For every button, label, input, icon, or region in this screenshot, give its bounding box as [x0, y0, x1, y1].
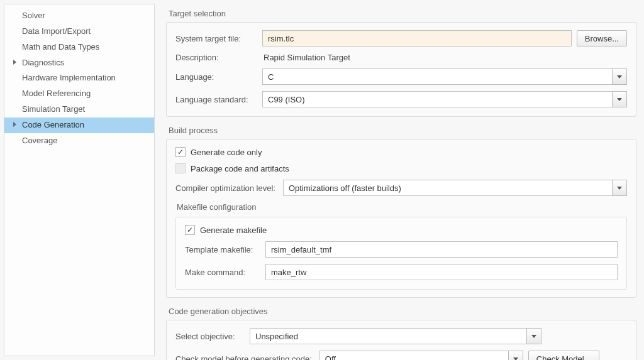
makefile-config-title: Makefile configuration: [177, 202, 627, 212]
language-std-dropdown[interactable]: C99 (ISO): [262, 91, 627, 107]
sidebar-item-coverage[interactable]: Coverage: [4, 133, 154, 149]
chevron-down-icon[interactable]: [612, 91, 627, 107]
generate-code-only-checkbox[interactable]: ✓: [175, 147, 186, 157]
select-objective-dropdown[interactable]: Unspecified: [250, 328, 541, 344]
chevron-down-icon[interactable]: [612, 68, 627, 85]
chevron-down-icon[interactable]: [526, 328, 541, 344]
language-label: Language:: [175, 72, 257, 82]
package-code-checkbox[interactable]: [175, 163, 186, 173]
system-target-file-input[interactable]: [262, 30, 572, 46]
template-makefile-input[interactable]: [265, 241, 618, 258]
make-command-input[interactable]: [265, 264, 618, 280]
language-value: C: [262, 68, 612, 85]
code-gen-obj-panel: Select objective: Unspecified Check mode…: [166, 320, 636, 360]
generate-makefile-checkbox[interactable]: ✓: [185, 225, 195, 235]
make-command-label: Make command:: [185, 268, 260, 277]
check-model-before-label: Check model before generating code:: [175, 354, 314, 361]
sidebar-item-data-import[interactable]: Data Import/Export: [4, 24, 154, 40]
system-target-file-label: System target file:: [175, 34, 257, 43]
generate-code-only-label: Generate code only: [191, 148, 262, 157]
compiler-opt-label: Compiler optimization level:: [175, 183, 278, 193]
generate-makefile-label: Generate makefile: [200, 226, 267, 235]
package-code-label: Package code and artifacts: [191, 164, 289, 173]
sidebar-item-sim-target[interactable]: Simulation Target: [4, 102, 154, 117]
sidebar-item-diagnostics[interactable]: Diagnostics: [4, 55, 154, 71]
chevron-down-icon[interactable]: [508, 351, 523, 360]
sidebar-item-math-data-types[interactable]: Math and Data Types: [4, 40, 154, 55]
build-process-panel: ✓ Generate code only Package code and ar…: [166, 139, 636, 298]
sidebar-item-hardware[interactable]: Hardware Implementation: [4, 70, 154, 86]
select-objective-label: Select objective:: [175, 332, 245, 341]
template-makefile-label: Template makefile:: [185, 245, 260, 254]
sidebar: Solver Data Import/Export Math and Data …: [4, 4, 155, 356]
code-gen-obj-title: Code generation objectives: [169, 307, 636, 316]
check-model-button[interactable]: Check Model...: [528, 351, 599, 360]
sidebar-item-code-gen[interactable]: Code Generation: [4, 117, 154, 133]
check-model-before-dropdown[interactable]: Off: [319, 351, 523, 360]
sidebar-item-solver[interactable]: Solver: [4, 8, 154, 24]
language-dropdown[interactable]: C: [262, 68, 627, 85]
select-objective-value: Unspecified: [250, 328, 526, 344]
makefile-config-panel: ✓ Generate makefile Template makefile: M…: [175, 217, 627, 290]
compiler-opt-dropdown[interactable]: Optimizations off (faster builds): [283, 180, 627, 196]
compiler-opt-value: Optimizations off (faster builds): [283, 180, 612, 196]
target-selection-title: Target selection: [169, 9, 636, 18]
description-label: Description:: [175, 53, 257, 62]
main-panel: Target selection System target file: Bro…: [158, 0, 644, 360]
target-selection-panel: System target file: Browse... Descriptio…: [166, 22, 636, 117]
language-std-value: C99 (ISO): [262, 91, 612, 107]
description-value: Rapid Simulation Target: [262, 53, 350, 62]
build-process-title: Build process: [169, 126, 636, 135]
check-model-before-value: Off: [319, 351, 508, 360]
browse-button[interactable]: Browse...: [577, 30, 627, 46]
language-std-label: Language standard:: [175, 95, 257, 104]
sidebar-item-model-ref[interactable]: Model Referencing: [4, 86, 154, 102]
chevron-down-icon[interactable]: [612, 180, 627, 196]
